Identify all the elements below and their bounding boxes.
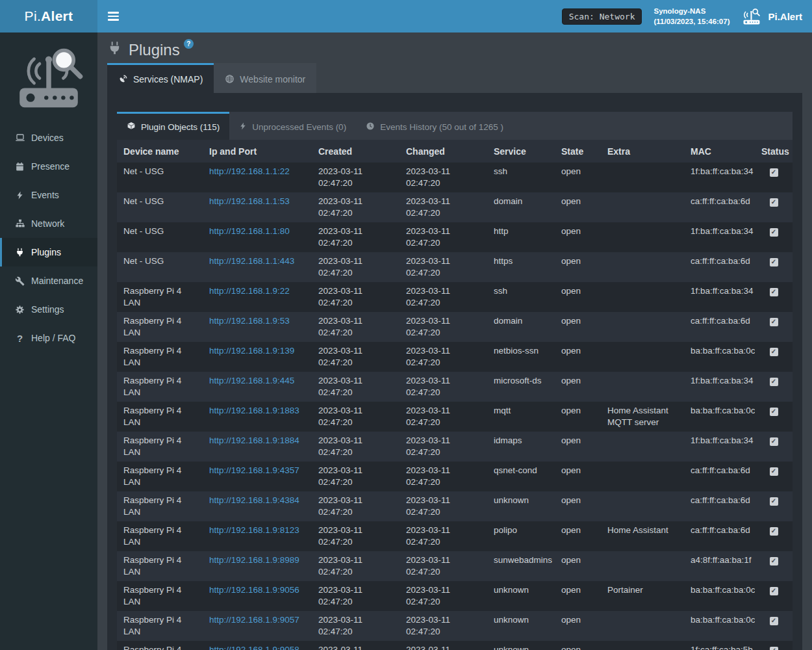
col-changed[interactable]: Changed [400,140,487,162]
help-badge[interactable]: ? [184,39,194,49]
created-cell: 2023-03-11 02:47:20 [312,551,400,581]
brand-logo[interactable]: Pi.Alert [0,0,97,32]
status-checkbox[interactable] [770,288,778,296]
subtab-events-history[interactable]: Events History (50 out of 1265 ) [356,112,513,140]
changed-cell: 2023-03-11 02:47:20 [400,222,487,252]
ip-port-link[interactable]: http://192.168.1.9:9057 [209,615,299,625]
device-name-cell: Raspberry Pi 4 LAN [117,342,203,372]
status-cell [755,491,793,521]
extra-cell [601,551,684,581]
sidebar-item-presence[interactable]: Presence [0,152,97,181]
ip-port-link[interactable]: http://192.168.1.9:22 [209,286,290,296]
mac-cell: ca:ff:ff:ca:ba:6d [684,491,755,521]
extra-cell [601,342,684,372]
subtab-plugin-objects[interactable]: Plugin Objects (115) [117,112,229,140]
router-scan-logo-icon [12,43,85,113]
main-content: Plugins ? Services (NMAP) Website monito… [97,32,812,650]
ip-port-cell: http://192.168.1.9:1883 [203,402,312,432]
extra-cell [601,222,684,252]
sidebar-item-label: Devices [31,133,64,143]
sidebar-item-events[interactable]: Events [0,181,97,209]
status-checkbox[interactable] [770,168,778,177]
sidebar-item-maintenance[interactable]: Maintenance [0,266,97,295]
mac-cell: 1f:ba:ff:ca:ba:34 [684,282,755,312]
status-cell [755,462,793,491]
status-checkbox[interactable] [770,527,778,536]
laptop-icon [14,133,25,143]
changed-cell: 2023-03-11 02:47:20 [400,342,487,372]
state-cell: open [555,372,601,402]
extra-cell [601,462,684,491]
sidebar-item-plugins[interactable]: Plugins [0,238,97,266]
ip-port-link[interactable]: http://192.168.1.9:1884 [209,436,299,445]
status-checkbox[interactable] [770,617,778,625]
extra-cell [601,372,684,402]
device-name-cell: Raspberry Pi 4 LAN [117,462,203,491]
table-header-row: Device name Ip and Port Created Changed … [117,140,793,162]
col-created[interactable]: Created [312,140,400,162]
navbar-app-brand[interactable]: Pi.Alert [741,8,802,25]
status-checkbox[interactable] [770,557,778,566]
status-checkbox[interactable] [770,467,778,476]
extra-cell: Portainer [601,581,684,611]
status-checkbox[interactable] [770,587,778,595]
ip-port-link[interactable]: http://192.168.1.1:80 [209,226,290,236]
ip-port-link[interactable]: http://192.168.1.9:1883 [209,406,299,415]
ip-port-link[interactable]: http://192.168.1.1:53 [209,196,290,206]
status-checkbox[interactable] [770,378,778,386]
status-checkbox[interactable] [770,647,778,650]
status-checkbox[interactable] [770,258,778,266]
ip-port-link[interactable]: http://192.168.1.1:22 [209,166,290,176]
mac-cell: 1f:ba:ff:ca:ba:34 [684,222,755,252]
created-cell: 2023-03-11 02:47:20 [312,491,400,521]
col-extra[interactable]: Extra [601,140,684,162]
ip-port-link[interactable]: http://192.168.1.9:9056 [209,585,299,595]
sidebar-item-label: Events [31,190,59,200]
col-device-name[interactable]: Device name [117,140,203,162]
status-checkbox[interactable] [770,318,778,326]
sidebar-item-settings[interactable]: Settings [0,295,97,324]
changed-cell: 2023-03-11 02:47:20 [400,162,487,192]
subtab-unprocessed-events[interactable]: Unprocessed Events (0) [229,112,356,140]
plug-icon [107,41,122,58]
ip-port-link[interactable]: http://192.168.1.9:9058 [209,645,299,650]
col-ip-and-port[interactable]: Ip and Port [203,140,312,162]
ip-port-link[interactable]: http://192.168.1.9:8123 [209,525,299,535]
gear-icon [14,305,25,315]
col-service[interactable]: Service [487,140,555,162]
col-state[interactable]: State [555,140,601,162]
ip-port-cell: http://192.168.1.9:4384 [203,491,312,521]
state-cell: open [555,611,601,641]
mac-cell: 1f:ca:ff:ca:ba:5b [684,641,755,650]
status-cell [755,402,793,432]
ip-port-link[interactable]: http://192.168.1.9:139 [209,346,294,356]
sidebar-item-help-faq[interactable]: ? Help / FAQ [0,324,97,352]
extra-cell [601,252,684,282]
col-mac[interactable]: MAC [684,140,755,162]
col-status[interactable]: Status [755,140,793,162]
ip-port-link[interactable]: http://192.168.1.9:53 [209,316,290,326]
status-checkbox[interactable] [770,228,778,237]
ip-port-link[interactable]: http://192.168.1.9:4357 [209,465,299,475]
tab-website-monitor[interactable]: Website monitor [214,63,316,93]
ip-port-link[interactable]: http://192.168.1.9:8989 [209,555,299,565]
tab-services-nmap[interactable]: Services (NMAP) [107,63,214,93]
sitemap-icon [14,218,25,229]
ip-port-link[interactable]: http://192.168.1.1:443 [209,256,294,266]
ip-port-link[interactable]: http://192.168.1.9:445 [209,376,294,385]
table-row: Raspberry Pi 4 LAN http://192.168.1.9:81… [117,521,793,551]
status-checkbox[interactable] [770,198,778,207]
state-cell: open [555,402,601,432]
status-checkbox[interactable] [770,348,778,356]
status-checkbox[interactable] [770,437,778,446]
mac-cell: ca:ff:ff:ca:ba:6d [684,252,755,282]
status-checkbox[interactable] [770,408,778,416]
created-cell: 2023-03-11 02:47:20 [312,432,400,462]
status-checkbox[interactable] [770,497,778,506]
sidebar-toggle-button[interactable] [97,0,129,32]
ip-port-link[interactable]: http://192.168.1.9:4384 [209,495,299,505]
mac-cell: ba:ba:ff:ca:ba:0c [684,402,755,432]
sidebar-item-network[interactable]: Network [0,209,97,238]
status-cell [755,521,793,551]
sidebar-item-devices[interactable]: Devices [0,124,97,152]
